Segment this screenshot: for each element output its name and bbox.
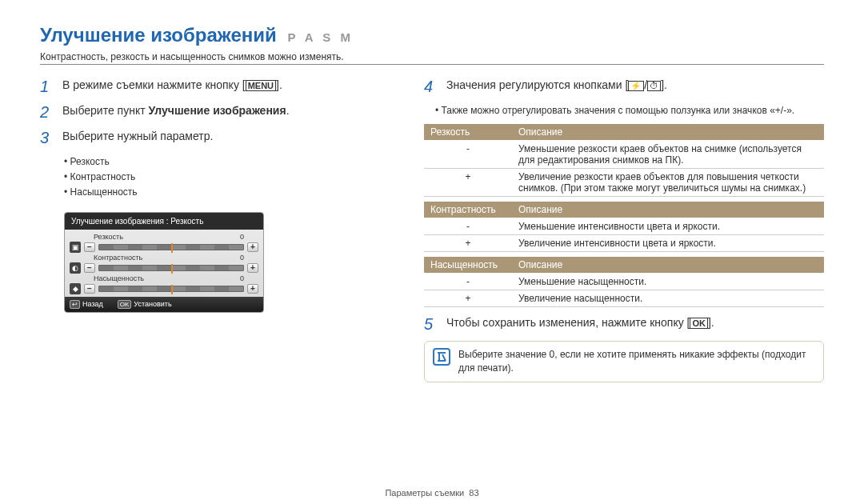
step-2: 2 Выберите пункт Улучшение изображения. — [40, 103, 376, 121]
slider-track[interactable] — [98, 244, 244, 250]
step-text: Чтобы сохранить изменения, нажмите кнопк… — [446, 315, 824, 331]
lcd-slider-row: ▣ − + — [70, 241, 258, 254]
step-1: 1 В режиме съемки нажмите кнопку [MENU]. — [40, 78, 376, 95]
td-desc: Уменьшение резкости краев объектов на сн… — [512, 141, 824, 169]
bullet-item: Резкость — [64, 154, 376, 170]
step5-text-b: ]. — [708, 316, 714, 329]
lcd-row-value: 0 — [240, 254, 244, 262]
td-sign: - — [424, 141, 512, 169]
footer-page: 83 — [469, 488, 478, 498]
td-desc: Уменьшение интенсивности цвета и яркости… — [512, 218, 824, 235]
contrast-icon: ◐ — [70, 262, 81, 274]
ok-icon: OK — [118, 300, 132, 309]
lcd-screen: Улучшение изображения : Резкость Резкост… — [64, 212, 264, 313]
bullet-item: Насыщенность — [64, 185, 376, 200]
td-desc: Увеличение резкости краев объектов для п… — [512, 169, 824, 197]
note-icon — [433, 348, 450, 366]
footer-label: Параметры съемки — [385, 488, 464, 498]
td-sign: + — [424, 169, 512, 197]
lcd-set[interactable]: OKУстановить — [118, 300, 172, 309]
lcd-row-value: 0 — [240, 233, 244, 241]
sharpness-icon: ▣ — [70, 242, 81, 253]
lcd-title: Улучшение изображения : Резкость — [65, 213, 263, 230]
step-4: 4 Значения регулируются кнопками [⚡/⏱]. — [424, 78, 824, 95]
step-text: Значения регулируются кнопками [⚡/⏱]. — [446, 78, 824, 94]
lcd-body: Резкость 0 ▣ − + Контрастность 0 ◐ — [65, 230, 263, 297]
saturation-icon: ◆ — [70, 283, 81, 294]
lcd-row-label: Насыщенность — [94, 274, 144, 282]
plus-button[interactable]: + — [247, 242, 258, 252]
lcd-row-header: Контрастность 0 — [70, 254, 258, 262]
step-number: 4 — [424, 78, 446, 95]
minus-button[interactable]: − — [84, 284, 95, 294]
ok-button-label: OK — [690, 318, 708, 329]
flash-icon: ⚡ — [628, 81, 644, 91]
step-5: 5 Чтобы сохранить изменения, нажмите кно… — [424, 315, 824, 333]
page-heading: Улучшение изображений P A S M — [40, 24, 824, 46]
right-column: 4 Значения регулируются кнопками [⚡/⏱]. … — [424, 78, 824, 382]
timer-icon: ⏱ — [647, 81, 661, 91]
step2-text-a: Выберите пункт — [62, 104, 148, 117]
saturation-table: НасыщенностьОписание -Уменьшение насыщен… — [424, 257, 824, 307]
lcd-row-header: Резкость 0 — [70, 233, 258, 241]
step-text: Выберите пункт Улучшение изображения. — [62, 103, 376, 119]
td-desc: Уменьшение насыщенности. — [512, 274, 824, 290]
slider-track[interactable] — [98, 286, 244, 292]
lcd-back[interactable]: ↩Назад — [70, 300, 103, 309]
step1-text-a: В режиме съемки нажмите кнопку [ — [62, 78, 246, 91]
lcd-row-header: Насыщенность 0 — [70, 274, 258, 282]
svg-line-0 — [442, 354, 446, 361]
th: Контрастность — [424, 202, 512, 218]
plus-button[interactable]: + — [247, 284, 258, 294]
step5-text-a: Чтобы сохранить изменения, нажмите кнопк… — [446, 316, 690, 329]
mode-indicators: P A S M — [288, 30, 354, 44]
bullet-item: Контрастность — [64, 170, 376, 185]
th: Описание — [512, 124, 824, 141]
step-text: В режиме съемки нажмите кнопку [MENU]. — [62, 78, 376, 94]
th: Насыщенность — [424, 257, 512, 274]
menu-button-label: MENU — [246, 80, 276, 91]
lcd-set-label: Установить — [134, 300, 171, 308]
step2-text-c: . — [286, 104, 290, 117]
sub-bullet: Также можно отрегулировать значения с по… — [435, 103, 824, 118]
left-column: 1 В режиме съемки нажмите кнопку [MENU].… — [40, 78, 376, 382]
note-box: Выберите значение 0, если не хотите прим… — [424, 341, 824, 382]
td-desc: Увеличение насыщенности. — [512, 290, 824, 307]
lcd-preview: Улучшение изображения : Резкость Резкост… — [64, 212, 376, 313]
td-sign: + — [424, 235, 512, 252]
note-text: Выберите значение 0, если не хотите прим… — [458, 348, 815, 375]
param-bullets: Резкость Контрастность Насыщенность — [64, 154, 376, 201]
content-columns: 1 В режиме съемки нажмите кнопку [MENU].… — [40, 78, 824, 382]
td-sign: + — [424, 290, 512, 307]
th: Описание — [512, 257, 824, 274]
th: Описание — [512, 202, 824, 218]
minus-button[interactable]: − — [84, 263, 95, 273]
lcd-row-value: 0 — [240, 274, 244, 282]
slider-track[interactable] — [98, 265, 244, 271]
step-3: 3 Выберите нужный параметр. — [40, 129, 376, 146]
sharpness-table: РезкостьОписание -Уменьшение резкости кр… — [424, 124, 824, 197]
lcd-slider-row: ◆ − + — [70, 282, 258, 295]
step-number: 2 — [40, 103, 62, 121]
page-footer: Параметры съемки 83 — [0, 488, 864, 498]
step-number: 3 — [40, 129, 62, 146]
lcd-slider-row: ◐ − + — [70, 262, 258, 274]
lcd-back-label: Назад — [82, 300, 103, 308]
td-sign: - — [424, 218, 512, 235]
lcd-footer: ↩Назад OKУстановить — [65, 297, 263, 312]
step1-text-b: ]. — [276, 78, 282, 91]
step4-text-b: ]. — [661, 78, 667, 91]
step-number: 1 — [40, 78, 62, 95]
step2-text-b: Улучшение изображения — [148, 104, 286, 117]
plus-button[interactable]: + — [247, 263, 258, 273]
step4-text-a: Значения регулируются кнопками [ — [446, 78, 628, 91]
minus-button[interactable]: − — [84, 242, 95, 252]
back-icon: ↩ — [70, 300, 80, 309]
contrast-table: КонтрастностьОписание -Уменьшение интенс… — [424, 202, 824, 252]
td-desc: Увеличение интенсивности цвета и яркости… — [512, 235, 824, 252]
page-title: Улучшение изображений — [40, 24, 277, 46]
th: Резкость — [424, 124, 512, 141]
page-subtitle: Контрастность, резкость и насыщенность с… — [40, 51, 824, 62]
divider — [40, 64, 824, 65]
step-text: Выберите нужный параметр. — [62, 129, 376, 145]
